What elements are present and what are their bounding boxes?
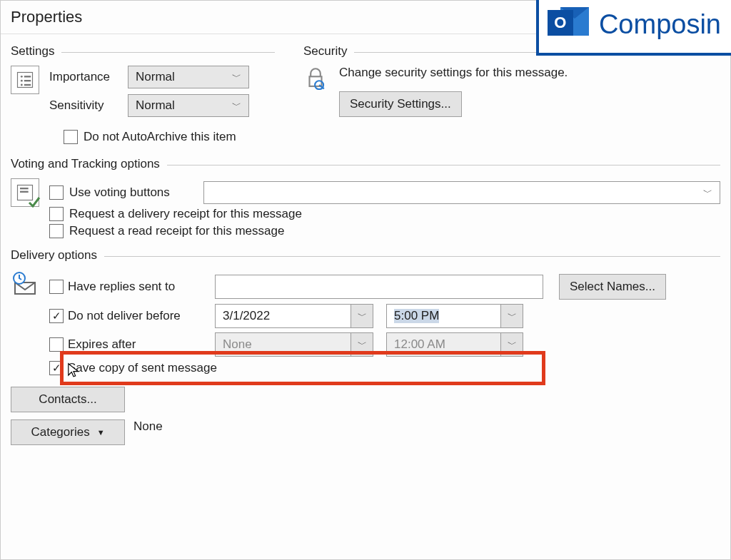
divider xyxy=(104,256,720,257)
expires-date-value: None xyxy=(215,332,351,357)
select-names-button-label: Select Names... xyxy=(570,280,655,294)
use-voting-checkbox[interactable] xyxy=(49,185,64,200)
tracking-icon xyxy=(11,178,39,207)
chevron-down-icon: ﹀ xyxy=(351,332,373,357)
delivery-label-text: Delivery options xyxy=(11,248,97,263)
divider xyxy=(61,52,275,53)
save-copy-checkbox[interactable]: ✓ xyxy=(49,361,64,375)
do-not-deliver-time-dropdown[interactable]: 5:00 PM ﹀ xyxy=(386,304,523,328)
do-not-deliver-checkbox[interactable]: ✓ xyxy=(49,309,64,323)
chevron-down-icon: ﹀ xyxy=(232,99,241,112)
security-settings-button[interactable]: Security Settings... xyxy=(339,91,462,117)
do-not-deliver-time-value: 5:00 PM xyxy=(386,304,500,328)
do-not-deliver-date-value: 3/1/2022 xyxy=(215,304,351,328)
triangle-down-icon: ▼ xyxy=(97,428,105,437)
overlay-title: Composin xyxy=(599,9,721,40)
expires-time-value: 12:00 AM xyxy=(386,332,500,357)
categories-button-label: Categories xyxy=(31,425,89,439)
security-label-text: Security xyxy=(303,44,347,58)
do-not-deliver-row: ✓ Do not deliver before 3/1/2022 ﹀ 5:00 … xyxy=(49,304,720,328)
sensitivity-value: Normal xyxy=(136,98,175,113)
save-copy-label: Save copy of sent message xyxy=(68,361,217,375)
delivery-icon xyxy=(11,270,39,298)
categories-button[interactable]: Categories ▼ xyxy=(11,419,125,445)
replies-label: Have replies sent to xyxy=(68,280,211,294)
settings-icon xyxy=(11,66,39,94)
properties-dialog: Properties Settings Importance xyxy=(0,0,731,560)
expires-date-dropdown[interactable]: None ﹀ xyxy=(215,332,373,357)
expires-time-dropdown[interactable]: 12:00 AM ﹀ xyxy=(386,332,523,357)
svg-rect-11 xyxy=(20,191,29,193)
outlook-overlay: O Composin xyxy=(536,0,731,56)
svg-point-1 xyxy=(21,76,23,78)
svg-point-5 xyxy=(21,84,23,86)
read-receipt-checkbox[interactable] xyxy=(49,224,64,238)
autoarchive-checkbox[interactable] xyxy=(64,130,78,144)
security-description: Change security settings for this messag… xyxy=(339,66,568,80)
chevron-down-icon: ﹀ xyxy=(500,304,523,328)
voting-label-text: Voting and Tracking options xyxy=(11,157,160,171)
chevron-down-icon: ﹀ xyxy=(351,304,373,328)
importance-dropdown[interactable]: Normal ﹀ xyxy=(128,66,249,88)
settings-group-label: Settings xyxy=(11,44,275,58)
autoarchive-label: Do not AutoArchive this item xyxy=(84,130,236,144)
dialog-content: Settings Importance Normal ﹀ xyxy=(1,34,730,451)
sensitivity-label: Sensitivity xyxy=(49,98,121,113)
expires-label: Expires after xyxy=(68,337,211,352)
contacts-button-label: Contacts... xyxy=(39,392,96,407)
do-not-deliver-date-dropdown[interactable]: 3/1/2022 ﹀ xyxy=(215,304,373,328)
voting-dropdown[interactable]: ﹀ xyxy=(203,181,720,204)
importance-label: Importance xyxy=(49,70,121,84)
categories-input[interactable]: None xyxy=(133,419,720,445)
use-voting-label: Use voting buttons xyxy=(69,185,198,200)
divider xyxy=(167,165,720,166)
chevron-down-icon: ﹀ xyxy=(703,186,712,199)
sensitivity-dropdown[interactable]: Normal ﹀ xyxy=(128,94,249,117)
svg-rect-6 xyxy=(24,84,31,86)
outlook-icon: O xyxy=(548,6,589,43)
read-receipt-label: Request a read receipt for this message xyxy=(69,224,284,238)
chevron-down-icon: ﹀ xyxy=(232,71,241,83)
do-not-deliver-label: Do not deliver before xyxy=(68,309,211,323)
delivery-receipt-checkbox[interactable] xyxy=(49,207,64,221)
security-settings-button-label: Security Settings... xyxy=(350,97,451,111)
contacts-button[interactable]: Contacts... xyxy=(11,387,125,412)
replies-input[interactable] xyxy=(215,275,543,299)
expires-checkbox[interactable] xyxy=(49,337,64,352)
svg-rect-2 xyxy=(24,76,31,77)
importance-value: Normal xyxy=(136,70,175,84)
select-names-button[interactable]: Select Names... xyxy=(559,274,666,300)
settings-label-text: Settings xyxy=(11,44,54,58)
lock-icon xyxy=(303,66,328,93)
delivery-receipt-label: Request a delivery receipt for this mess… xyxy=(69,207,302,221)
voting-group-label: Voting and Tracking options xyxy=(11,157,720,171)
chevron-down-icon: ﹀ xyxy=(500,332,523,357)
replies-checkbox[interactable] xyxy=(49,280,64,294)
svg-rect-10 xyxy=(20,188,29,189)
contacts-input[interactable] xyxy=(133,387,720,412)
svg-point-3 xyxy=(21,80,23,82)
svg-rect-4 xyxy=(24,80,31,81)
delivery-group-label: Delivery options xyxy=(11,248,720,263)
